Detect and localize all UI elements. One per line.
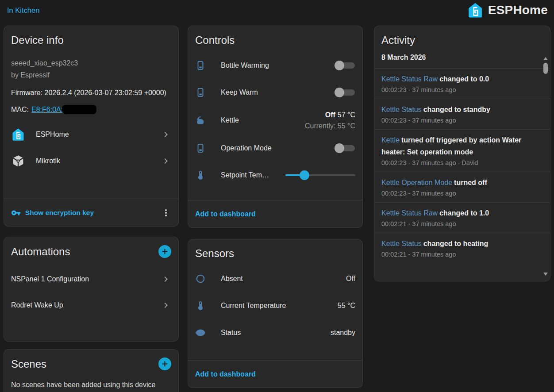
logbook-timestamp: 00:02:21 - 37 minutes ago xyxy=(381,220,530,227)
chevron-right-icon xyxy=(161,156,171,166)
sensor-value: 55 °C xyxy=(338,302,355,310)
entity-link[interactable]: Kettle Status xyxy=(381,106,422,113)
add-scene-button[interactable] xyxy=(158,357,171,370)
mac-label: MAC: xyxy=(11,106,29,114)
device-firmware: Firmware: 2026.2.4 (2026-03-07 23:02:59 … xyxy=(11,87,171,99)
mikrotik-logo-icon xyxy=(11,154,25,168)
logbook-timestamp: 00:02:23 - 37 minutes ago xyxy=(381,86,530,93)
toggle-switch-icon xyxy=(195,143,206,154)
activity-scrollbar[interactable] xyxy=(543,57,548,276)
scrollbar-down-arrow-icon[interactable] xyxy=(543,273,548,276)
add-automation-button[interactable] xyxy=(158,245,171,258)
device-manufacturer: by Espressif xyxy=(11,69,171,81)
integration-row-mikrotik[interactable]: Mikrotik xyxy=(4,148,178,174)
automation-row[interactable]: NSPanel 1 Configuration xyxy=(4,266,178,292)
control-row-keep-warm[interactable]: Keep Warm xyxy=(188,79,362,106)
controls-title: Controls xyxy=(195,34,235,46)
control-row-bottle-warming[interactable]: Bottle Warming xyxy=(188,52,362,79)
add-to-dashboard-link[interactable]: Add to dashboard xyxy=(195,210,256,218)
integration-label: Mikrotik xyxy=(36,157,60,165)
scenes-title: Scenes xyxy=(11,358,46,370)
sensors-card: Sensors Absent Off xyxy=(188,239,363,388)
entity-link[interactable]: Kettle Status Raw xyxy=(381,75,438,83)
toggle-switch[interactable] xyxy=(335,60,355,71)
automations-title: Automations xyxy=(11,246,70,258)
device-model: seeed_xiao_esp32c3 xyxy=(11,57,171,69)
entity-link[interactable]: Kettle Status Raw xyxy=(381,209,438,217)
scenes-card: Scenes No scenes have been added using t… xyxy=(4,349,179,392)
device-page: In Kitchen ESPHome Device info seeed_ xyxy=(0,0,554,392)
mac-redaction xyxy=(62,105,96,114)
integration-label: ESPHome xyxy=(36,131,69,138)
kettle-state: Off57 °C Currently: 55 °C xyxy=(305,109,355,131)
circle-outline-icon xyxy=(195,273,206,284)
scrollbar-thumb[interactable] xyxy=(543,63,548,74)
integration-row-esphome[interactable]: ESPHome xyxy=(4,121,178,148)
setpoint-slider[interactable] xyxy=(285,170,355,180)
brand-title: ESPHome xyxy=(488,3,548,17)
thermometer-icon xyxy=(195,300,206,311)
chevron-right-icon xyxy=(161,300,171,311)
toggle-switch[interactable] xyxy=(335,143,355,154)
esphome-logo-icon xyxy=(467,2,484,19)
top-header: In Kitchen ESPHome xyxy=(0,0,554,20)
chevron-right-icon xyxy=(161,274,171,284)
logbook-entry[interactable]: Kettle Status Rawchanged to 1.0 00:02:21… xyxy=(374,202,550,233)
plus-icon xyxy=(161,360,169,368)
activity-card: Activity 8 March 2026 Kettle Status Rawc… xyxy=(374,26,550,281)
toggle-switch-icon xyxy=(195,60,206,71)
logbook-entry[interactable]: Kettle Status Rawchanged to 0.0 00:02:23… xyxy=(374,68,550,99)
plus-icon xyxy=(161,248,169,255)
slider-knob[interactable] xyxy=(300,170,309,180)
sensor-row-status[interactable]: Status standby xyxy=(188,319,362,346)
breadcrumb[interactable]: In Kitchen xyxy=(7,6,39,15)
entity-link[interactable]: Kettle xyxy=(381,136,400,144)
key-icon xyxy=(11,208,21,218)
esphome-house-icon xyxy=(11,127,25,142)
logbook-timestamp: 00:02:23 - 37 minutes ago xyxy=(381,117,530,124)
sensor-row-absent[interactable]: Absent Off xyxy=(188,265,362,292)
show-encryption-key-button[interactable]: Show encryption key xyxy=(11,208,94,218)
device-info-card: Device info seeed_xiao_esp32c3 by Espres… xyxy=(4,26,179,227)
logbook-entry[interactable]: Kettle Statuschanged to standby 00:02:23… xyxy=(374,99,550,129)
eye-icon xyxy=(195,327,206,338)
toggle-switch-icon xyxy=(195,87,206,98)
logbook-timestamp: 00:02:21 - 37 minutes ago xyxy=(381,251,530,258)
entity-link[interactable]: Kettle Operation Mode xyxy=(381,179,452,186)
logbook-entry[interactable]: Kettle Statuschanged to heating 00:02:21… xyxy=(374,233,550,263)
scrollbar-up-arrow-icon[interactable] xyxy=(543,57,548,60)
logbook-date-header: 8 March 2026 xyxy=(374,46,550,68)
device-info-title: Device info xyxy=(11,34,64,46)
control-row-operation-mode[interactable]: Operation Mode xyxy=(188,135,362,161)
logbook-timestamp: 00:02:23 - 37 minutes ago xyxy=(381,190,530,197)
sensor-value: standby xyxy=(331,329,355,337)
logbook-entry[interactable]: Kettleturned off triggered by action Wat… xyxy=(374,129,550,172)
kettle-icon xyxy=(195,115,206,126)
more-options-kebab-icon[interactable] xyxy=(161,208,171,218)
controls-card: Controls Bottle Warming xyxy=(188,26,363,228)
automation-row[interactable]: Rodret Wake Up xyxy=(4,292,178,318)
entity-link[interactable]: Kettle Status xyxy=(381,240,422,247)
control-row-kettle[interactable]: Kettle Off57 °C Currently: 55 °C xyxy=(188,106,362,135)
logbook-entry[interactable]: Kettle Operation Modeturned off 00:02:23… xyxy=(374,172,550,202)
sensors-title: Sensors xyxy=(195,247,234,260)
brand: ESPHome xyxy=(467,2,548,19)
activity-title: Activity xyxy=(381,34,415,46)
main-content: Device info seeed_xiao_esp32c3 by Espres… xyxy=(0,20,554,392)
thermometer-icon xyxy=(195,170,206,181)
sensor-value: Off xyxy=(346,275,355,283)
toggle-switch[interactable] xyxy=(335,87,355,98)
automations-card: Automations NSPanel 1 Configuration xyxy=(4,237,179,342)
chevron-right-icon xyxy=(161,129,171,140)
sensor-row-current-temperature[interactable]: Current Temperature 55 °C xyxy=(188,292,362,319)
mac-link[interactable]: E8:F6:0A: xyxy=(31,106,63,114)
logbook-timestamp: 00:02:23 - 37 minutes ago - David xyxy=(381,159,530,166)
add-to-dashboard-link[interactable]: Add to dashboard xyxy=(195,370,256,378)
scenes-empty-text: No scenes have been added using this dev… xyxy=(4,379,178,391)
control-row-setpoint-temperature[interactable]: Setpoint Tem… xyxy=(188,161,362,188)
